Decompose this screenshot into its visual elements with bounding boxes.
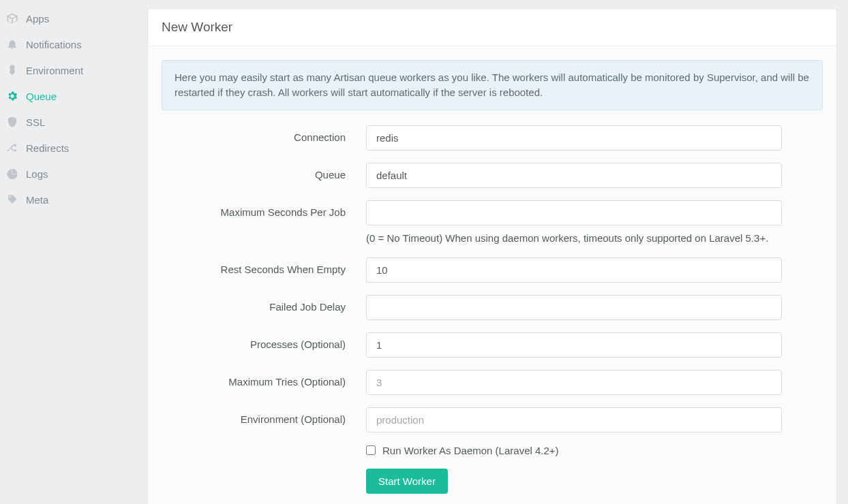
sidebar-item-meta[interactable]: Meta — [0, 187, 147, 212]
failed-delay-label: Failed Job Delay — [162, 295, 366, 313]
queue-label: Queue — [162, 163, 366, 180]
connection-input[interactable] — [366, 125, 782, 151]
tag-icon — [5, 193, 19, 206]
main-content: New Worker Here you may easily start as … — [147, 0, 848, 504]
sidebar-item-label: Notifications — [26, 39, 82, 50]
sidebar-item-notifications[interactable]: Notifications — [0, 31, 147, 57]
form-row-connection: Connection — [162, 125, 823, 151]
sidebar-item-apps[interactable]: Apps — [0, 5, 147, 31]
tree-icon — [5, 63, 19, 77]
sidebar-item-environment[interactable]: Environment — [0, 57, 147, 83]
daemon-checkbox[interactable] — [366, 445, 376, 455]
sidebar-item-label: Redirects — [26, 142, 69, 154]
sidebar-item-label: Logs — [26, 168, 48, 180]
info-box: Here you may easily start as many Artisa… — [162, 60, 823, 110]
sidebar-item-ssl[interactable]: SSL — [0, 109, 147, 135]
shuffle-icon — [5, 141, 19, 155]
shield-icon — [5, 115, 19, 129]
processes-label: Processes (Optional) — [162, 332, 366, 350]
card-header: New Worker — [148, 9, 836, 46]
sidebar-item-label: Environment — [26, 65, 83, 76]
bell-icon — [5, 37, 19, 51]
environment-input[interactable] — [366, 407, 782, 432]
form-row-max-seconds: Maximum Seconds Per Job (0 = No Timeout)… — [162, 200, 823, 245]
max-seconds-input[interactable] — [366, 200, 782, 225]
max-seconds-label: Maximum Seconds Per Job — [162, 200, 366, 218]
failed-delay-input[interactable] — [366, 295, 782, 320]
form-row-daemon: Run Worker As Daemon (Laravel 4.2+) — [162, 445, 823, 456]
max-tries-label: Maximum Tries (Optional) — [162, 370, 366, 388]
environment-label: Environment (Optional) — [162, 407, 366, 425]
max-tries-input[interactable] — [366, 370, 782, 395]
max-seconds-help: (0 = No Timeout) When using daemon worke… — [366, 231, 782, 245]
sidebar-item-label: SSL — [26, 116, 45, 128]
cube-icon — [5, 12, 19, 25]
form-row-queue: Queue — [162, 163, 823, 188]
form-row-rest-seconds: Rest Seconds When Empty — [162, 257, 823, 283]
daemon-label[interactable]: Run Worker As Daemon (Laravel 4.2+) — [382, 445, 559, 456]
rest-seconds-input[interactable] — [366, 257, 782, 283]
sidebar-item-label: Queue — [26, 91, 57, 102]
start-worker-button[interactable]: Start Worker — [366, 469, 448, 494]
sidebar-item-label: Apps — [26, 13, 49, 25]
rest-seconds-label: Rest Seconds When Empty — [162, 257, 366, 275]
card-body: Here you may easily start as many Artisa… — [148, 46, 836, 504]
connection-label: Connection — [162, 125, 366, 143]
card-title: New Worker — [162, 20, 823, 35]
queue-input[interactable] — [366, 163, 782, 188]
form-row-max-tries: Maximum Tries (Optional) — [162, 370, 823, 395]
sidebar-item-queue[interactable]: Queue — [0, 83, 147, 109]
form-row-processes: Processes (Optional) — [162, 332, 823, 358]
form-row-environment: Environment (Optional) — [162, 407, 823, 432]
sidebar-item-logs[interactable]: Logs — [0, 161, 147, 187]
new-worker-card: New Worker Here you may easily start as … — [147, 8, 837, 504]
sidebar: Apps Notifications Environment Queue SSL… — [0, 0, 147, 504]
sidebar-item-redirects[interactable]: Redirects — [0, 135, 147, 161]
form-row-failed-delay: Failed Job Delay — [162, 295, 823, 320]
gear-icon — [5, 89, 19, 103]
sidebar-item-label: Meta — [26, 194, 48, 206]
processes-input[interactable] — [366, 332, 782, 358]
pie-icon — [5, 167, 19, 180]
